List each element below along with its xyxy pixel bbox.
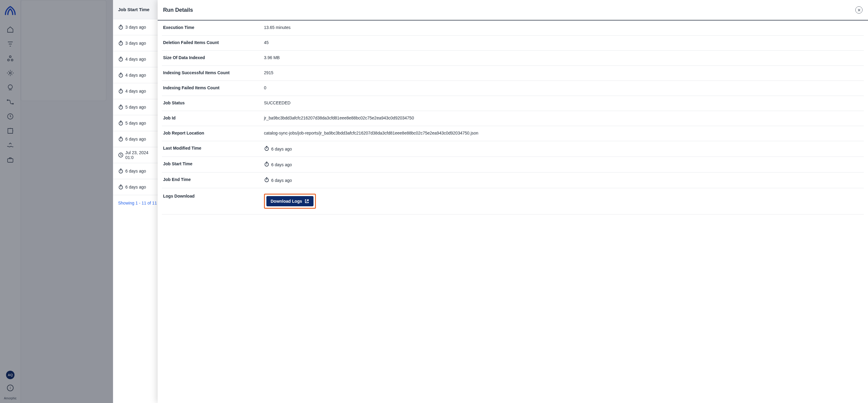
stopwatch-icon xyxy=(118,136,124,142)
stopwatch-icon xyxy=(118,25,124,30)
stopwatch-icon xyxy=(264,146,270,152)
stopwatch-icon xyxy=(118,168,124,174)
table-row[interactable]: 6 days ago xyxy=(113,179,161,195)
download-highlight: Download Logs xyxy=(264,194,316,209)
detail-label: Indexing Successful Items Count xyxy=(163,70,264,75)
job-list-column: Job Start Time 3 days ago3 days ago4 day… xyxy=(113,0,161,403)
detail-row: Job Idjr_ba9bc3bdd3afcfc216207d38da3cfd8… xyxy=(162,111,864,126)
logs-download-label: Logs Download xyxy=(163,194,264,199)
table-row[interactable]: 4 days ago xyxy=(113,67,161,83)
stopwatch-icon xyxy=(264,161,270,168)
row-text: Jul 23, 2024 01:0 xyxy=(125,150,156,160)
stopwatch-icon xyxy=(264,177,270,183)
stopwatch-icon xyxy=(118,104,124,110)
detail-label: Job Report Location xyxy=(163,131,264,135)
download-logs-button[interactable]: Download Logs xyxy=(267,196,313,206)
detail-value: 2915 xyxy=(264,70,863,75)
row-text: 6 days ago xyxy=(125,169,146,173)
panel-title: Run Details xyxy=(163,7,193,13)
table-row[interactable]: 6 days ago xyxy=(113,163,161,179)
download-logs-label: Download Logs xyxy=(271,199,302,204)
table-row[interactable]: 4 days ago xyxy=(113,83,161,99)
detail-value: 6 days ago xyxy=(264,146,863,152)
table-row[interactable]: Jul 23, 2024 01:0 xyxy=(113,147,161,163)
detail-label: Deletion Failed Items Count xyxy=(163,40,264,45)
detail-label: Job Start Time xyxy=(163,161,264,166)
detail-value: 6 days ago xyxy=(264,161,863,168)
panel-header: Run Details xyxy=(158,0,868,21)
table-row[interactable]: 4 days ago xyxy=(113,51,161,67)
row-text: 6 days ago xyxy=(125,184,146,190)
detail-value: 6 days ago xyxy=(264,177,863,183)
external-link-icon xyxy=(304,199,309,204)
detail-label: Size Of Data Indexed xyxy=(163,55,264,60)
table-row[interactable]: 3 days ago xyxy=(113,35,161,51)
row-text: 4 days ago xyxy=(125,73,146,77)
run-details-panel: Run Details Execution Time13.65 minutesD… xyxy=(158,0,868,403)
close-button[interactable] xyxy=(855,6,863,13)
detail-value: catalog-sync-jobs/job-reports/jr_ba9bc3b… xyxy=(264,131,863,135)
detail-value: 45 xyxy=(264,40,863,45)
detail-value: SUCCEEDED xyxy=(264,100,863,105)
detail-row: Execution Time13.65 minutes xyxy=(162,21,864,36)
detail-label: Last Modified Time xyxy=(163,146,264,150)
detail-value: 3.96 MB xyxy=(264,55,863,60)
stopwatch-icon xyxy=(118,57,124,62)
row-text: 6 days ago xyxy=(125,137,146,141)
detail-label: Job Id xyxy=(163,115,264,120)
row-text: 4 days ago xyxy=(125,57,146,62)
detail-row: Deletion Failed Items Count45 xyxy=(162,36,864,51)
detail-row: Job Report Locationcatalog-sync-jobs/job… xyxy=(162,126,864,141)
stopwatch-icon xyxy=(118,89,124,94)
clock-icon xyxy=(118,152,124,158)
detail-value: jr_ba9bc3bdd3afcfc216207d38da3cfd81eee8e… xyxy=(264,115,863,120)
detail-value: 0 xyxy=(264,86,863,90)
row-text: 5 days ago xyxy=(125,105,146,109)
detail-row: Indexing Failed Items Count0 xyxy=(162,81,864,96)
stopwatch-icon xyxy=(118,184,124,190)
detail-row: Indexing Successful Items Count2915 xyxy=(162,66,864,81)
detail-row: Job StatusSUCCEEDED xyxy=(162,96,864,111)
row-text: 3 days ago xyxy=(125,25,146,30)
logs-download-row: Logs Download Download Logs xyxy=(162,188,864,214)
detail-row: Last Modified Time6 days ago xyxy=(162,141,864,157)
detail-value: 13.65 minutes xyxy=(264,25,863,30)
table-row[interactable]: 3 days ago xyxy=(113,19,161,35)
stopwatch-icon xyxy=(118,72,124,78)
detail-row: Job Start Time6 days ago xyxy=(162,157,864,172)
panel-body: Execution Time13.65 minutesDeletion Fail… xyxy=(158,21,868,403)
stopwatch-icon xyxy=(118,120,124,126)
detail-label: Execution Time xyxy=(163,25,264,30)
detail-label: Job Status xyxy=(163,100,264,105)
table-row[interactable]: 6 days ago xyxy=(113,131,161,147)
detail-label: Indexing Failed Items Count xyxy=(163,86,264,90)
stopwatch-icon xyxy=(118,40,124,46)
detail-row: Job End Time6 days ago xyxy=(162,172,864,188)
detail-row: Size Of Data Indexed3.96 MB xyxy=(162,51,864,66)
row-text: 5 days ago xyxy=(125,121,146,126)
detail-label: Job End Time xyxy=(163,177,264,182)
row-text: 4 days ago xyxy=(125,89,146,94)
pagination-status: Showing 1 - 11 of 11 xyxy=(113,195,161,211)
table-row[interactable]: 5 days ago xyxy=(113,99,161,115)
column-header: Job Start Time xyxy=(113,0,161,19)
row-text: 3 days ago xyxy=(125,41,146,45)
table-row[interactable]: 5 days ago xyxy=(113,115,161,131)
